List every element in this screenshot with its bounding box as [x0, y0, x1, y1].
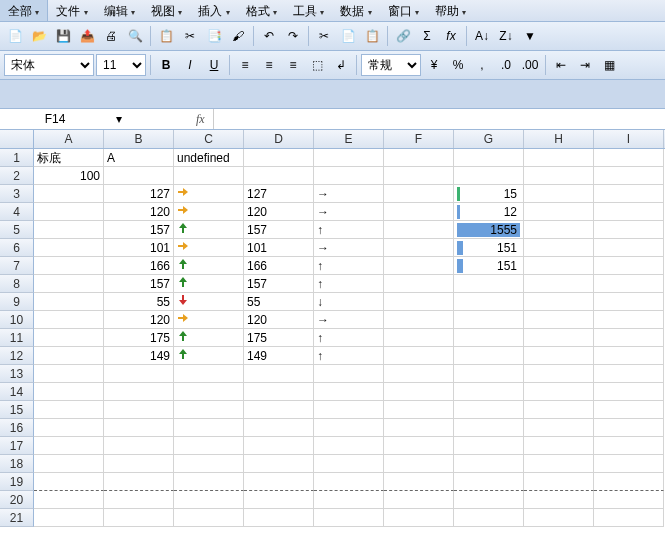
cell-H17[interactable] — [524, 437, 594, 455]
cell-I15[interactable] — [594, 401, 664, 419]
copy2-icon[interactable]: 📄 — [337, 25, 359, 47]
cell-H14[interactable] — [524, 383, 594, 401]
cell-F3[interactable] — [384, 185, 454, 203]
select-all-corner[interactable] — [0, 130, 34, 148]
cell-D15[interactable] — [244, 401, 314, 419]
cell-F17[interactable] — [384, 437, 454, 455]
cell-I17[interactable] — [594, 437, 664, 455]
cell-H13[interactable] — [524, 365, 594, 383]
cell-A5[interactable] — [34, 221, 104, 239]
menu-view[interactable]: 视图 ▾ — [143, 0, 190, 21]
cell-D17[interactable] — [244, 437, 314, 455]
inc-decimal-icon[interactable]: .0 — [495, 54, 517, 76]
cell-E10[interactable]: → — [314, 311, 384, 329]
row-header-16[interactable]: 16 — [0, 419, 34, 437]
cell-F7[interactable] — [384, 257, 454, 275]
cell-H12[interactable] — [524, 347, 594, 365]
cut2-icon[interactable]: ✂ — [313, 25, 335, 47]
cut-icon[interactable]: ✂ — [179, 25, 201, 47]
align-left-icon[interactable]: ≡ — [234, 54, 256, 76]
cell-H15[interactable] — [524, 401, 594, 419]
cell-A12[interactable] — [34, 347, 104, 365]
function-icon[interactable]: fx — [440, 25, 462, 47]
col-E[interactable]: E — [314, 130, 384, 148]
namebox-dropdown-icon[interactable]: ▾ — [110, 112, 128, 126]
cell-H7[interactable] — [524, 257, 594, 275]
cell-I9[interactable] — [594, 293, 664, 311]
cell-A7[interactable] — [34, 257, 104, 275]
cell-D4[interactable]: 120 — [244, 203, 314, 221]
cell-D18[interactable] — [244, 455, 314, 473]
format-painter-icon[interactable]: 🖌 — [227, 25, 249, 47]
cell-B5[interactable]: 157 — [104, 221, 174, 239]
copy-icon[interactable]: 📑 — [203, 25, 225, 47]
fx-icon[interactable]: fx — [188, 112, 213, 127]
cell-E19[interactable] — [314, 473, 384, 491]
hyperlink-icon[interactable]: 🔗 — [392, 25, 414, 47]
cell-B18[interactable] — [104, 455, 174, 473]
cell-I1[interactable] — [594, 149, 664, 167]
export-icon[interactable]: 📤 — [76, 25, 98, 47]
cell-D19[interactable] — [244, 473, 314, 491]
col-H[interactable]: H — [524, 130, 594, 148]
row-header-5[interactable]: 5 — [0, 221, 34, 239]
cell-C21[interactable] — [174, 509, 244, 527]
paste-icon[interactable]: 📋 — [155, 25, 177, 47]
cell-D12[interactable]: 149 — [244, 347, 314, 365]
cell-F13[interactable] — [384, 365, 454, 383]
menu-help[interactable]: 帮助 ▾ — [427, 0, 474, 21]
cell-F5[interactable] — [384, 221, 454, 239]
cell-B7[interactable]: 166 — [104, 257, 174, 275]
cell-E9[interactable]: ↓ — [314, 293, 384, 311]
cell-C1[interactable]: undefined — [174, 149, 244, 167]
cell-I13[interactable] — [594, 365, 664, 383]
fontsize-select[interactable]: 11 — [96, 54, 146, 76]
cell-G3[interactable]: 15 — [454, 185, 524, 203]
cell-G2[interactable] — [454, 167, 524, 185]
cell-G7[interactable]: 151 — [454, 257, 524, 275]
cell-C4[interactable] — [174, 203, 244, 221]
cell-C14[interactable] — [174, 383, 244, 401]
cell-B9[interactable]: 55 — [104, 293, 174, 311]
cell-E20[interactable] — [314, 491, 384, 509]
cell-B1[interactable]: A — [104, 149, 174, 167]
row-header-13[interactable]: 13 — [0, 365, 34, 383]
cell-F12[interactable] — [384, 347, 454, 365]
cell-I14[interactable] — [594, 383, 664, 401]
cell-G18[interactable] — [454, 455, 524, 473]
cell-I3[interactable] — [594, 185, 664, 203]
cell-F2[interactable] — [384, 167, 454, 185]
cell-A9[interactable] — [34, 293, 104, 311]
borders-icon[interactable]: ▦ — [598, 54, 620, 76]
cell-B6[interactable]: 101 — [104, 239, 174, 257]
cell-C17[interactable] — [174, 437, 244, 455]
cell-I21[interactable] — [594, 509, 664, 527]
cell-E13[interactable] — [314, 365, 384, 383]
cell-A20[interactable] — [34, 491, 104, 509]
cell-E4[interactable]: → — [314, 203, 384, 221]
cell-H4[interactable] — [524, 203, 594, 221]
cell-C15[interactable] — [174, 401, 244, 419]
cell-D13[interactable] — [244, 365, 314, 383]
cell-F6[interactable] — [384, 239, 454, 257]
cell-G20[interactable] — [454, 491, 524, 509]
row-header-3[interactable]: 3 — [0, 185, 34, 203]
cell-D8[interactable]: 157 — [244, 275, 314, 293]
cell-D1[interactable] — [244, 149, 314, 167]
align-center-icon[interactable]: ≡ — [258, 54, 280, 76]
row-header-18[interactable]: 18 — [0, 455, 34, 473]
cell-H1[interactable] — [524, 149, 594, 167]
cell-D6[interactable]: 101 — [244, 239, 314, 257]
cell-B20[interactable] — [104, 491, 174, 509]
row-header-11[interactable]: 11 — [0, 329, 34, 347]
redo-icon[interactable]: ↷ — [282, 25, 304, 47]
cell-F15[interactable] — [384, 401, 454, 419]
menu-tools[interactable]: 工具 ▾ — [285, 0, 332, 21]
cell-I20[interactable] — [594, 491, 664, 509]
cell-A1[interactable]: 标底 — [34, 149, 104, 167]
cell-E5[interactable]: ↑ — [314, 221, 384, 239]
cell-A4[interactable] — [34, 203, 104, 221]
cell-B16[interactable] — [104, 419, 174, 437]
cell-B13[interactable] — [104, 365, 174, 383]
cell-D14[interactable] — [244, 383, 314, 401]
